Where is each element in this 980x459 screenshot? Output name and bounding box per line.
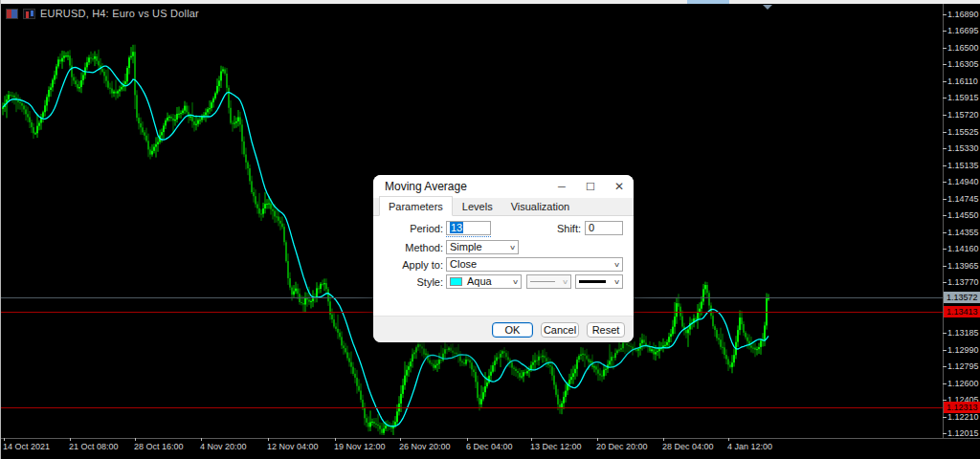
tab-visualization[interactable]: Visualization	[502, 198, 579, 215]
time-tick	[597, 438, 598, 441]
time-axis-label: 6 Dec 04:00	[466, 442, 513, 451]
chevron-down-icon: ∨	[613, 275, 620, 288]
chart-shift-triangle-icon[interactable]	[763, 5, 772, 10]
time-tick	[728, 438, 729, 441]
ok-button[interactable]: OK	[492, 322, 533, 338]
price-axis-label: 1.14745	[947, 194, 979, 204]
price-axis-label: 1.16500	[947, 43, 979, 53]
price-tick	[943, 232, 947, 233]
price-tick	[943, 98, 947, 98]
cancel-button[interactable]: Cancel	[541, 322, 579, 338]
time-tick	[335, 438, 336, 441]
price-tick	[943, 433, 947, 434]
price-axis-label: 1.15330	[947, 143, 979, 153]
line-width-dropdown[interactable]: ∨	[575, 274, 623, 289]
close-icon[interactable]: ✕	[605, 176, 634, 197]
method-dropdown[interactable]: Simple ∨	[446, 240, 519, 254]
price-axis-label: 1.14355	[947, 228, 979, 237]
price-tick	[943, 400, 947, 401]
candlestick-chart-icon	[23, 9, 35, 19]
price-level-line[interactable]	[0, 407, 943, 408]
metatrader-chart-window: 1.168901.166951.165001.163051.161101.159…	[0, 0, 980, 459]
time-axis-separator	[0, 438, 980, 439]
line-style-dropdown[interactable]: ∨	[526, 274, 571, 289]
price-axis-label: 1.16110	[947, 76, 978, 86]
price-tick	[943, 417, 947, 418]
chevron-down-icon: ∨	[613, 258, 620, 271]
price-axis-label: 1.14550	[947, 210, 979, 220]
shift-input[interactable]: 0	[585, 221, 623, 235]
price-axis-label: 1.16890	[947, 10, 979, 19]
method-value: Simple	[450, 241, 482, 253]
time-tick	[663, 438, 664, 441]
shift-label: Shift:	[519, 222, 581, 236]
price-axis-label: 1.15915	[947, 93, 979, 102]
time-axis-label: 21 Oct 08:00	[69, 442, 119, 451]
time-axis-label: 13 Dec 12:00	[530, 442, 582, 451]
price-axis-separator	[943, 4, 944, 438]
apply-to-value: Close	[450, 258, 477, 271]
price-tick	[943, 165, 947, 166]
reset-button[interactable]: Reset	[587, 322, 625, 338]
period-input[interactable]: 13	[446, 221, 491, 235]
price-tick	[943, 366, 947, 367]
time-tick	[135, 438, 136, 441]
time-tick	[400, 438, 401, 441]
tab-levels[interactable]: Levels	[454, 198, 501, 215]
price-tick	[943, 148, 947, 149]
chart-header: EURUSD, H4: Euro vs US Dollar	[6, 8, 199, 19]
chevron-down-icon: ∨	[562, 275, 568, 288]
time-tick	[268, 438, 269, 441]
time-tick	[70, 438, 71, 441]
window-top-strip	[0, 0, 980, 4]
price-tick	[943, 249, 947, 250]
price-axis-label: 1.12990	[947, 345, 979, 355]
price-axis-label: 1.12015	[947, 428, 979, 438]
price-axis-label: 1.15525	[947, 127, 979, 137]
time-axis-label: 20 Dec 20:00	[596, 442, 648, 451]
maximize-icon[interactable]: ☐	[576, 176, 605, 197]
time-tick	[201, 438, 202, 441]
moving-average-dialog: Moving Average ─ ☐ ✕ Parameters Levels V…	[373, 175, 634, 342]
price-marker: 1.12313	[944, 402, 980, 413]
dialog-footer: OK Cancel Reset	[373, 316, 634, 342]
price-axis-label: 1.16305	[947, 59, 979, 69]
chart-title: EURUSD, H4: Euro vs US Dollar	[40, 8, 199, 19]
top-strip-accent	[687, 0, 729, 4]
tab-parameters[interactable]: Parameters	[379, 196, 453, 216]
price-tick	[943, 64, 947, 65]
time-axis-label: 12 Nov 04:00	[267, 442, 319, 451]
price-tick	[943, 333, 947, 334]
price-axis-label: 1.12210	[947, 412, 979, 422]
chevron-down-icon: ∨	[512, 275, 519, 288]
period-selected-text: 13	[450, 222, 463, 233]
time-axis-label: 4 Nov 20:00	[200, 442, 247, 451]
price-marker: 1.13572	[944, 292, 980, 303]
minimize-icon[interactable]: ─	[547, 176, 576, 197]
price-tick	[943, 350, 947, 351]
color-swatch-aqua	[450, 277, 462, 286]
apply-to-dropdown[interactable]: Close ∨	[446, 257, 623, 272]
chevron-down-icon: ∨	[509, 241, 516, 253]
dialog-titlebar[interactable]: Moving Average ─ ☐ ✕	[373, 175, 634, 198]
price-marker: 1.13413	[944, 306, 980, 317]
price-tick	[943, 266, 947, 267]
style-color-dropdown[interactable]: Aqua ∨	[446, 274, 522, 289]
time-axis-label: 14 Oct 2021	[3, 442, 50, 451]
price-tick	[943, 383, 947, 384]
price-axis-label: 1.15135	[947, 161, 979, 170]
price-tick	[943, 132, 947, 133]
price-axis-label: 1.14940	[947, 177, 979, 186]
price-axis-label: 1.14160	[947, 244, 979, 253]
window-left-border	[0, 0, 1, 459]
price-tick	[943, 182, 947, 183]
time-tick	[4, 438, 5, 441]
period-focus-underline	[446, 236, 491, 237]
price-axis-label: 1.12795	[947, 361, 979, 371]
price-tick	[943, 14, 947, 15]
time-tick	[531, 438, 532, 441]
style-label: Style:	[381, 275, 443, 290]
style-color-name: Aqua	[467, 275, 492, 288]
price-tick	[943, 48, 947, 49]
time-axis-label: 28 Oct 16:00	[134, 442, 184, 451]
